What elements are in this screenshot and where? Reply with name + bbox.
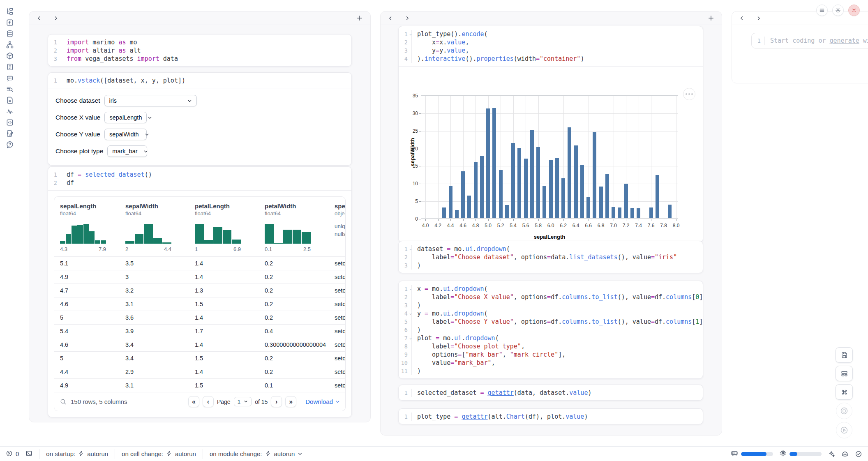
- code-line[interactable]: 3from vega_datasets import data: [48, 55, 351, 63]
- code-line[interactable]: 1import marimo as mo: [48, 38, 351, 46]
- chevron-left-icon[interactable]: [37, 16, 42, 21]
- collapse-chevron-icon[interactable]: ⌄: [409, 244, 412, 253]
- chart-bar[interactable]: [474, 162, 478, 218]
- runtime-mode-0[interactable]: on startup: autorun: [46, 450, 108, 458]
- column-header[interactable]: sepalWidthfloat64 24.4: [120, 197, 189, 256]
- cell-xy-plot-dropdowns[interactable]: 1⌄x = mo.ui.dropdown(2 label="Choose X v…: [398, 281, 703, 379]
- hamburger-menu-icon[interactable]: [816, 5, 828, 16]
- code-line[interactable]: 3): [399, 261, 703, 270]
- code-line[interactable]: 1⌄x = mo.ui.dropdown(: [399, 285, 703, 293]
- column-histogram[interactable]: [125, 222, 171, 244]
- table-row[interactable]: 4.63.41.40.30000000000000004setosa: [54, 338, 345, 351]
- code-line[interactable]: 11): [399, 367, 703, 375]
- runtime-mode-2[interactable]: on module change: autorun: [210, 450, 302, 458]
- layout-button[interactable]: [836, 366, 853, 381]
- cell-imports[interactable]: 1import marimo as mo2import altair as al…: [48, 34, 352, 67]
- chart-bar[interactable]: [536, 147, 540, 218]
- dropdown-select-0[interactable]: iris: [104, 95, 197, 106]
- code-line[interactable]: 2 label="Choose X value", options=df.col…: [399, 293, 703, 301]
- column-histogram[interactable]: [265, 222, 311, 244]
- collapse-chevron-icon[interactable]: ⌄: [409, 284, 412, 293]
- chevron-right-icon[interactable]: [53, 16, 58, 21]
- code-line[interactable]: 1df = selected_dataset(): [48, 171, 351, 179]
- functions-icon[interactable]: [5, 17, 16, 28]
- cell-selected-dataset[interactable]: 1selected_dataset = getattr(data, datase…: [398, 385, 703, 401]
- dropdown-select-1[interactable]: sepalLength: [104, 112, 147, 123]
- code-line[interactable]: 3 y=y.value,: [399, 46, 703, 55]
- ai-sparkles-icon[interactable]: [828, 450, 835, 458]
- next-page-button[interactable]: ›: [271, 396, 282, 407]
- documentation-icon[interactable]: [5, 95, 16, 106]
- stop-button[interactable]: [836, 403, 852, 419]
- chart-bar[interactable]: [492, 108, 496, 218]
- table-row[interactable]: 4.931.40.2setosa: [54, 270, 345, 284]
- table-row[interactable]: 5.13.51.40.2setosa: [54, 256, 345, 270]
- dependencies-icon[interactable]: [5, 39, 16, 50]
- gear-icon[interactable]: [832, 5, 844, 16]
- scratchpad-icon[interactable]: [5, 128, 16, 139]
- chart-bar[interactable]: [593, 132, 596, 218]
- chart-bar[interactable]: [649, 207, 653, 218]
- help-icon[interactable]: [5, 139, 16, 150]
- chart-bar[interactable]: [455, 210, 459, 218]
- chart-bar[interactable]: [442, 207, 446, 218]
- code-line[interactable]: 2 label="Choose dataset", options=data.l…: [399, 253, 703, 261]
- runtime-mode-1[interactable]: on cell change: autorun: [122, 450, 196, 458]
- chevron-right-icon[interactable]: [756, 16, 761, 21]
- chart-bar[interactable]: [505, 205, 509, 218]
- code-line[interactable]: 7⌄plot = mo.ui.dropdown(: [399, 334, 703, 342]
- code-line[interactable]: 1selected_dataset = getattr(data, datase…: [399, 389, 703, 397]
- search-icon[interactable]: [60, 398, 67, 405]
- table-row[interactable]: 4.42.91.40.2setosa: [54, 365, 345, 378]
- chart-bar[interactable]: [549, 160, 553, 218]
- collapse-chevron-icon[interactable]: ⌄: [409, 30, 412, 38]
- chart-bar[interactable]: [574, 145, 578, 218]
- datasources-icon[interactable]: [5, 28, 16, 39]
- code-line[interactable]: 5 label="Choose Y value", options=df.col…: [399, 318, 703, 326]
- collapse-chevron-icon[interactable]: ⌄: [409, 334, 412, 342]
- first-page-button[interactable]: «: [188, 396, 199, 407]
- column-header[interactable]: petalWidthfloat64 0.12.5: [259, 197, 329, 256]
- ram-usage[interactable]: [731, 449, 773, 458]
- chart-bar[interactable]: [461, 171, 465, 218]
- chart-bar[interactable]: [530, 130, 534, 218]
- file-explorer-icon[interactable]: [5, 6, 16, 17]
- code-line[interactable]: 2 x=x.value,: [399, 38, 703, 46]
- add-column-icon[interactable]: [708, 15, 714, 21]
- chevron-left-icon[interactable]: [739, 16, 745, 21]
- code-line[interactable]: 2df: [48, 179, 351, 187]
- cell-vstack[interactable]: 1mo.vstack([dataset, x, y, plot]) Choose…: [48, 72, 352, 166]
- page-select[interactable]: 1: [234, 397, 252, 406]
- code-line[interactable]: 6): [399, 326, 703, 334]
- chevron-right-icon[interactable]: [404, 16, 410, 21]
- download-link[interactable]: Download: [305, 398, 340, 405]
- chart-bar[interactable]: [524, 159, 528, 218]
- dropdown-select-2[interactable]: sepalWidth: [104, 129, 147, 140]
- column-header[interactable]: petalLengthfloat64 16.9: [189, 197, 259, 256]
- chart-bar[interactable]: [656, 175, 659, 218]
- table-row[interactable]: 4.73.21.30.2setosa: [54, 284, 345, 297]
- cell-empty-scratch[interactable]: 1Start coding or generate with: [751, 33, 868, 48]
- copilot-icon[interactable]: [841, 450, 849, 458]
- error-indicator[interactable]: 0: [6, 450, 19, 458]
- tracing-icon[interactable]: [5, 106, 16, 117]
- snippets-icon[interactable]: [5, 117, 16, 128]
- dropdown-select-3[interactable]: mark_bar: [107, 145, 147, 157]
- chart-bar[interactable]: [555, 158, 559, 218]
- code-line[interactable]: 2import altair as alt: [48, 46, 351, 55]
- table-row[interactable]: 53.41.50.2setosa: [54, 351, 345, 365]
- chart-bar[interactable]: [568, 127, 571, 218]
- cell-dataset-dropdown[interactable]: 1⌄dataset = mo.ui.dropdown(2 label="Choo…: [398, 241, 703, 273]
- chart-bar[interactable]: [486, 108, 490, 218]
- chart-actions-icon[interactable]: [683, 88, 695, 100]
- code-line[interactable]: 1Start coding or generate with: [752, 37, 868, 45]
- chevron-left-icon[interactable]: [388, 16, 393, 21]
- code-line[interactable]: 1plot_type = getattr(alt.Chart(df), plot…: [399, 413, 703, 421]
- outline-search-icon[interactable]: [5, 83, 16, 95]
- chart-bar[interactable]: [612, 207, 615, 218]
- code-line[interactable]: 4⌄y = mo.ui.dropdown(: [399, 309, 703, 318]
- chart-bar[interactable]: [605, 174, 609, 218]
- cpu-usage[interactable]: [779, 449, 822, 458]
- cell-plot-type[interactable]: 1plot_type = getattr(alt.Chart(df), plot…: [398, 408, 703, 424]
- chart-bar[interactable]: [624, 184, 628, 218]
